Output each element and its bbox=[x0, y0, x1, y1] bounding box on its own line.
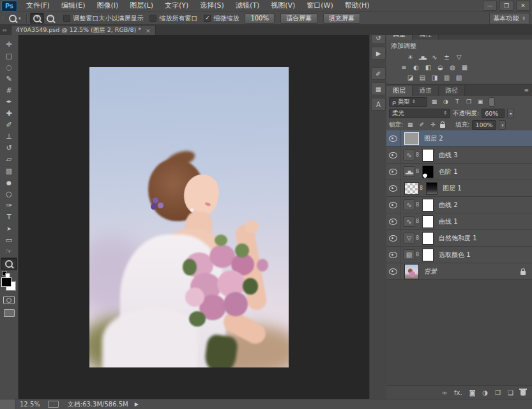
marquee-tool[interactable]: ▢ bbox=[1, 50, 17, 62]
black-white-icon[interactable]: ◧ bbox=[423, 63, 433, 72]
opacity-input[interactable]: 60% bbox=[482, 109, 505, 118]
filter-smart-object-icon[interactable]: ▣ bbox=[476, 98, 485, 105]
levels-icon[interactable]: ▂▆▃ bbox=[418, 52, 427, 61]
fill-screen-button[interactable]: 填充屏幕 bbox=[323, 13, 360, 24]
zoom-out-toggle[interactable]: − bbox=[44, 13, 57, 23]
layer-name[interactable]: 色阶 1 bbox=[439, 167, 458, 176]
hand-tool[interactable]: ☞ bbox=[1, 246, 17, 258]
layer-name[interactable]: 选取颜色 1 bbox=[439, 251, 471, 259]
close-button[interactable]: ✕ bbox=[516, 1, 530, 11]
layer-mask-thumbnail[interactable] bbox=[422, 215, 434, 228]
tab-layers[interactable]: 图层 bbox=[386, 86, 413, 96]
layer-name[interactable]: 背景 bbox=[424, 267, 437, 276]
close-tab-icon[interactable]: × bbox=[146, 27, 151, 34]
vibrance-icon[interactable]: ▽ bbox=[454, 52, 464, 61]
curves-adjustment-icon[interactable]: ∿ bbox=[403, 216, 415, 227]
zoom-level-field[interactable]: 12.5% bbox=[20, 401, 40, 408]
brush-tool[interactable]: ✐ bbox=[1, 120, 17, 131]
visibility-toggle[interactable] bbox=[386, 130, 400, 146]
color-lookup-icon[interactable]: ▦ bbox=[460, 63, 469, 72]
tool-preset-picker[interactable]: ▾ bbox=[6, 14, 24, 23]
layer-row-layer2[interactable]: 图层 2 bbox=[386, 130, 532, 147]
menu-edit[interactable]: 编辑(E) bbox=[56, 0, 91, 12]
layer-mask-thumbnail[interactable] bbox=[426, 182, 437, 195]
blend-mode-dropdown[interactable]: 柔光 ⇕ bbox=[389, 109, 450, 118]
panel-menu-icon[interactable]: ≡ bbox=[524, 87, 529, 93]
resize-windows-checkbox[interactable]: 调整窗口大小以满屏显示 bbox=[63, 14, 143, 23]
fit-screen-button[interactable]: 适合屏幕 bbox=[280, 13, 317, 24]
layer-name[interactable]: 曲线 1 bbox=[439, 217, 458, 226]
layer-row-curves2[interactable]: ∿ 8 曲线 2 bbox=[386, 197, 532, 213]
move-tool[interactable]: ✛ bbox=[1, 39, 17, 50]
add-mask-icon[interactable]: ◙ bbox=[469, 389, 476, 396]
delete-layer-icon[interactable] bbox=[521, 390, 526, 396]
visibility-toggle[interactable] bbox=[386, 213, 400, 229]
posterize-icon[interactable]: ▤ bbox=[418, 73, 427, 82]
menu-view[interactable]: 视图(V) bbox=[265, 0, 301, 12]
type-tool[interactable]: T bbox=[1, 212, 17, 223]
layer-mask-thumbnail[interactable] bbox=[422, 166, 434, 178]
visibility-toggle[interactable] bbox=[386, 197, 400, 213]
layer-style-icon[interactable]: fx. bbox=[454, 389, 462, 396]
menu-image[interactable]: 图像(I) bbox=[91, 0, 124, 12]
invert-icon[interactable]: ◪ bbox=[406, 73, 415, 82]
lock-all-icon[interactable] bbox=[440, 124, 445, 128]
layer-row-selectivecolor1[interactable]: ▧ 8 选取颜色 1 bbox=[386, 247, 532, 263]
hue-saturation-icon[interactable]: ≡ bbox=[399, 63, 409, 72]
healing-brush-tool[interactable]: ✚ bbox=[1, 108, 17, 120]
dodge-tool[interactable]: ○ bbox=[1, 189, 17, 200]
layer-thumbnail[interactable] bbox=[404, 182, 419, 195]
collapse-docks-icon[interactable]: ⇔ bbox=[3, 27, 7, 33]
curves-adjustment-icon[interactable]: ∿ bbox=[403, 150, 415, 160]
exposure-icon[interactable]: ± bbox=[442, 52, 452, 61]
layer-mask-thumbnail[interactable] bbox=[422, 232, 434, 245]
layer-name[interactable]: 自然饱和度 1 bbox=[439, 234, 477, 243]
document-image[interactable] bbox=[89, 67, 289, 367]
character-panel-icon[interactable]: A bbox=[371, 98, 386, 111]
new-adjustment-layer-icon[interactable]: ◑ bbox=[482, 389, 488, 396]
screen-mode-button[interactable] bbox=[4, 309, 15, 317]
menu-layer[interactable]: 图层(L) bbox=[124, 0, 159, 12]
actual-pixels-button[interactable]: 100% bbox=[245, 13, 275, 24]
curves-adjustment-icon[interactable]: ∿ bbox=[403, 199, 415, 210]
eraser-tool[interactable]: ▱ bbox=[1, 154, 17, 166]
visibility-toggle[interactable] bbox=[386, 180, 400, 196]
clone-stamp-tool[interactable]: ⊥ bbox=[1, 131, 17, 143]
layer-name[interactable]: 曲线 3 bbox=[439, 151, 458, 160]
menu-filter[interactable]: 滤镜(T) bbox=[230, 0, 265, 12]
lock-transparency-icon[interactable]: ▦ bbox=[406, 121, 414, 128]
visibility-toggle[interactable] bbox=[386, 247, 400, 263]
zoom-in-toggle[interactable]: + bbox=[30, 13, 44, 24]
fill-slider-button[interactable]: ▾ bbox=[499, 120, 506, 130]
opacity-slider-button[interactable]: ▾ bbox=[507, 109, 514, 118]
layer-mask-thumbnail[interactable] bbox=[422, 249, 434, 261]
filter-type-dropdown[interactable]: ρ 类型 ⇕ bbox=[389, 97, 427, 107]
filter-adjustment-icon[interactable]: ◑ bbox=[441, 98, 450, 105]
menu-type[interactable]: 文字(Y) bbox=[159, 0, 194, 12]
selective-color-icon[interactable]: ▧ bbox=[454, 73, 464, 82]
brushes-panel-icon[interactable]: ✐ bbox=[371, 67, 386, 80]
lock-pixels-icon[interactable]: ✐ bbox=[417, 121, 426, 128]
layer-mask-thumbnail[interactable] bbox=[422, 199, 434, 212]
layer-name[interactable]: 曲线 2 bbox=[439, 201, 458, 210]
layer-name[interactable]: 图层 1 bbox=[443, 184, 462, 193]
visibility-toggle[interactable] bbox=[386, 263, 400, 279]
layer-row-curves3[interactable]: ∿ 8 曲线 3 bbox=[386, 147, 532, 164]
photo-filter-icon[interactable]: ◒ bbox=[436, 63, 445, 72]
channel-mixer-icon[interactable]: ◍ bbox=[448, 63, 457, 72]
brightness-contrast-icon[interactable]: ☀ bbox=[406, 52, 415, 61]
layer-thumbnail[interactable] bbox=[404, 264, 419, 279]
layer-mask-thumbnail[interactable] bbox=[422, 149, 434, 162]
visibility-toggle[interactable] bbox=[386, 230, 400, 246]
layer-row-vibrance1[interactable]: ▽ 8 自然饱和度 1 bbox=[386, 230, 532, 247]
workspace-switcher[interactable]: 基本功能 ⇕ bbox=[489, 13, 529, 24]
document-tab[interactable]: 4Y0A3549.psd @ 12.5% (图层 2, RGB/8) * × bbox=[11, 25, 156, 35]
filter-pixel-icon[interactable]: ▦ bbox=[430, 98, 439, 105]
menu-window[interactable]: 窗口(W) bbox=[301, 0, 338, 12]
color-balance-icon[interactable]: ◐ bbox=[411, 63, 421, 72]
visibility-toggle[interactable] bbox=[386, 147, 400, 163]
canvas-area[interactable] bbox=[18, 35, 369, 399]
clone-source-panel-icon[interactable]: ▦ bbox=[371, 82, 386, 95]
zoom-tool[interactable] bbox=[1, 258, 17, 270]
visibility-toggle[interactable] bbox=[386, 164, 400, 180]
